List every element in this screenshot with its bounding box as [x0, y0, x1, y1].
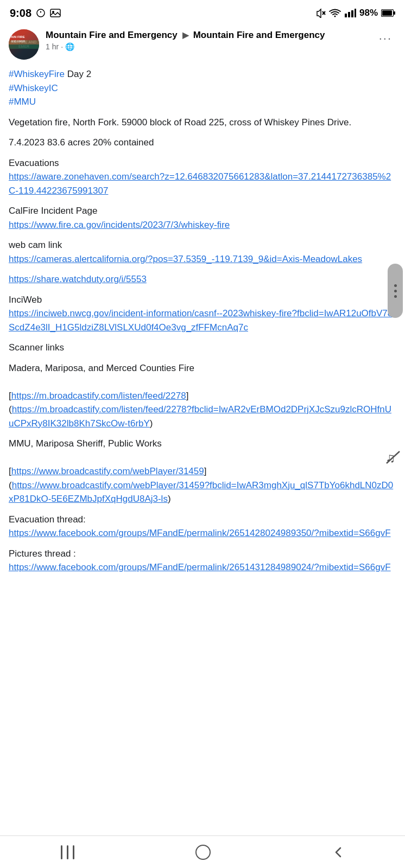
status-icons-right: 98% [316, 8, 395, 18]
nav-menu-button[interactable] [60, 845, 75, 859]
webcam-label: web cam link [9, 240, 62, 250]
mmu-link2[interactable]: https://www.broadcastify.com/webPlayer/3… [9, 480, 393, 505]
webcam-link[interactable]: https://cameras.alertcalifornia.org/?pos… [9, 254, 362, 264]
hashtag-whiskey-fire[interactable]: #WhiskeyFire [9, 69, 65, 79]
fire-stats: 7.4.2023 83.6 acres 20% contained [9, 137, 154, 148]
battery-icon [381, 9, 395, 17]
svg-rect-5 [345, 14, 347, 17]
calfire-link[interactable]: https://www.fire.ca.gov/incidents/2023/7… [9, 220, 230, 230]
scroll-dot [394, 295, 397, 298]
fire-description: Vegetation fire, North Fork. 59000 block… [9, 117, 351, 127]
description-section: Vegetation fire, North Fork. 59000 block… [9, 116, 396, 130]
time-separator: · [61, 42, 63, 51]
pictures-thread-link[interactable]: https://www.facebook.com/groups/MFandE/p… [9, 562, 391, 572]
image-icon [50, 8, 61, 18]
menu-line-icon [67, 845, 68, 859]
inciweb-section: InciWeb https://inciweb.nwcg.gov/inciden… [9, 293, 396, 335]
post-header: AIN FIRE AND EMER AIN FIRE AND EMER Moun… [0, 24, 405, 63]
calfire-label: CalFire Incident Page [9, 206, 97, 216]
mmu-label: MMU, Mariposa Sheriff, Public Works [9, 438, 162, 449]
mute-icon [316, 8, 326, 18]
evac-thread-link[interactable]: https://www.facebook.com/groups/MFandE/p… [9, 528, 391, 538]
scroll-indicator[interactable] [388, 264, 403, 318]
calfire-section: CalFire Incident Page https://www.fire.c… [9, 204, 396, 232]
nav-back-button[interactable] [331, 845, 346, 860]
evac-thread-section: Evacuation thread: https://www.facebook.… [9, 513, 396, 540]
pictures-thread-label: Pictures thread : [9, 548, 76, 559]
more-options-button[interactable]: ··· [375, 29, 396, 48]
wifi-icon [329, 8, 341, 18]
svg-rect-10 [394, 11, 395, 15]
svg-text:AIN FIRE: AIN FIRE [11, 35, 25, 39]
status-time-area: 9:08 [10, 7, 61, 20]
evacuations-section: Evacuations https://aware.zonehaven.com/… [9, 156, 396, 198]
nav-home-button[interactable] [194, 844, 212, 861]
evacuations-label: Evacuations [9, 158, 59, 168]
day-label: Day 2 [65, 69, 91, 79]
page-name-to: Mountain Fire and Emergency [193, 30, 325, 40]
scroll-dot [394, 284, 397, 287]
post-content: ♫ #WhiskeyFire Day 2 #WhiskeyIC #MMU Veg… [0, 63, 405, 590]
arrow-icon: ▶ [182, 30, 191, 40]
time-display: 9:08 [10, 7, 31, 20]
madera-section: Madera, Mariposa, and Merced Counties Fi… [9, 361, 396, 431]
scanner-section: Scanner links [9, 341, 396, 355]
watchduty-link[interactable]: https://share.watchduty.org/i/5553 [9, 274, 147, 284]
post-time: 1 hr · 🌐 [46, 42, 368, 51]
time-ago: 1 hr [46, 42, 59, 51]
battery-percentage: 98% [359, 8, 378, 18]
webcam-section: web cam link https://cameras.alertcalifo… [9, 238, 396, 266]
svg-text:AND EMER: AND EMER [11, 40, 26, 43]
watchduty-section: https://share.watchduty.org/i/5553 [9, 272, 396, 286]
globe-icon: 🌐 [65, 42, 74, 51]
hashtag-whiskey-ic[interactable]: #WhiskeyIC [9, 83, 58, 93]
svg-point-19 [196, 845, 210, 859]
hashtags-section: #WhiskeyFire Day 2 #WhiskeyIC #MMU [9, 67, 396, 109]
avatar[interactable]: AIN FIRE AND EMER AIN FIRE AND EMER [9, 29, 39, 60]
status-bar: 9:08 98% [0, 0, 405, 24]
page-name-from: Mountain Fire and Emergency [46, 30, 178, 40]
madera-label: Madera, Mariposa, and Merced Counties Fi… [9, 363, 194, 373]
mmu-link1[interactable]: https://www.broadcastify.com/webPlayer/3… [11, 466, 204, 476]
no-signal-icon: ♫ [383, 447, 403, 467]
menu-line-icon [73, 845, 74, 859]
madera-link2[interactable]: https://m.broadcastify.com/listen/feed/2… [9, 404, 391, 429]
svg-rect-8 [355, 9, 356, 17]
hashtag-mmu[interactable]: #MMU [9, 97, 36, 107]
mmu-section: MMU, Mariposa Sheriff, Public Works [htt… [9, 437, 396, 506]
inciweb-link[interactable]: https://inciweb.nwcg.gov/incident-inform… [9, 308, 393, 333]
svg-rect-6 [348, 12, 350, 17]
svg-rect-11 [382, 10, 392, 16]
scroll-dot [394, 290, 397, 292]
pictures-thread-section: Pictures thread : https://www.facebook.c… [9, 547, 396, 575]
phone-signal-icon [36, 8, 46, 18]
scanner-label: Scanner links [9, 342, 64, 353]
menu-line-icon [61, 845, 62, 859]
svg-rect-1 [50, 9, 60, 17]
post-body: #WhiskeyFire Day 2 #WhiskeyIC #MMU Veget… [9, 67, 396, 575]
page-name[interactable]: Mountain Fire and Emergency ▶ Mountain F… [46, 29, 368, 41]
svg-rect-7 [351, 10, 353, 17]
post-meta: Mountain Fire and Emergency ▶ Mountain F… [46, 29, 368, 51]
evacuations-link[interactable]: https://aware.zonehaven.com/search?z=12.… [9, 171, 391, 196]
stats-section: 7.4.2023 83.6 acres 20% contained [9, 136, 396, 150]
madera-link1[interactable]: https://m.broadcastify.com/listen/feed/2… [11, 391, 186, 401]
evac-thread-label: Evacuation thread: [9, 514, 86, 525]
nav-bar [0, 835, 405, 868]
cellular-icon [344, 8, 356, 18]
inciweb-label: InciWeb [9, 295, 42, 305]
